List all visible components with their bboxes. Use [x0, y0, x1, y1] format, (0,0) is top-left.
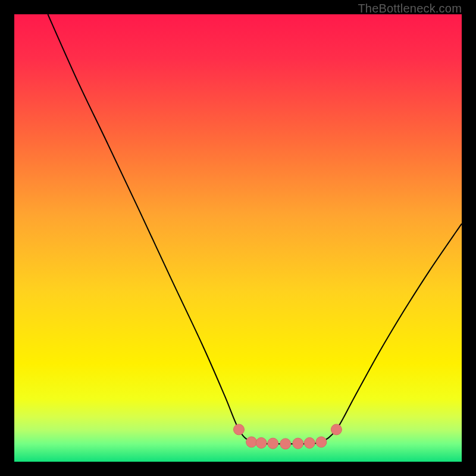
curve-marker: [280, 439, 291, 449]
curve-marker: [316, 437, 327, 447]
curve-line: [48, 14, 462, 444]
curve-marker: [293, 438, 303, 449]
flat-min-markers: [234, 424, 342, 449]
curve-marker: [246, 437, 257, 447]
curve-marker: [331, 424, 342, 435]
curve-marker: [234, 424, 245, 435]
watermark-text: TheBottleneck.com: [358, 2, 462, 15]
plot-area: [14, 14, 462, 462]
bottleneck-curve: [14, 14, 462, 462]
curve-marker: [304, 437, 315, 448]
curve-marker: [268, 438, 278, 449]
chart-stage: TheBottleneck.com: [0, 0, 476, 476]
curve-marker: [256, 437, 267, 448]
